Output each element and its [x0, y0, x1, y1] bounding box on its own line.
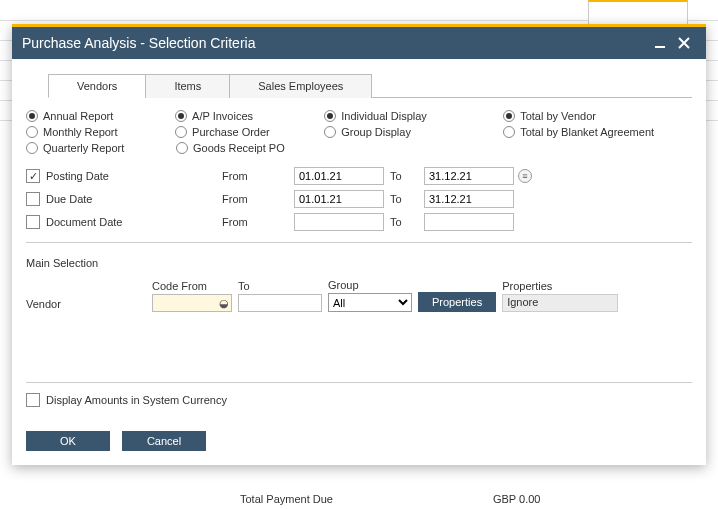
vendor-label: Vendor: [26, 298, 146, 312]
divider: [26, 382, 692, 383]
document-date-from-input[interactable]: [294, 213, 384, 231]
posting-date-to-input[interactable]: [424, 167, 514, 185]
radio-purchase-order[interactable]: Purchase Order: [175, 126, 324, 138]
document-date-to-input[interactable]: [424, 213, 514, 231]
to-label: To: [384, 216, 424, 228]
group-label: Group: [328, 279, 412, 291]
properties-button[interactable]: Properties: [418, 292, 496, 312]
code-from-input[interactable]: [152, 294, 232, 312]
divider: [26, 242, 692, 243]
radio-annual-report[interactable]: Annual Report: [26, 110, 175, 122]
tab-sales-employees[interactable]: Sales Employees: [229, 74, 372, 98]
tab-strip: Vendors Items Sales Employees: [48, 73, 692, 98]
properties-label: Properties: [502, 280, 618, 292]
radio-label: Group Display: [341, 126, 411, 138]
due-date-to-input[interactable]: [424, 190, 514, 208]
checkbox-due-date[interactable]: [26, 192, 40, 206]
display-amounts-label: Display Amounts in System Currency: [46, 394, 227, 406]
document-date-label: Document Date: [46, 216, 122, 228]
code-from-label: Code From: [152, 280, 232, 292]
radio-label: Total by Vendor: [520, 110, 596, 122]
checkbox-document-date[interactable]: [26, 215, 40, 229]
window-title: Purchase Analysis - Selection Criteria: [22, 35, 648, 51]
posting-date-extra-icon[interactable]: ≡: [518, 169, 532, 183]
cancel-button[interactable]: Cancel: [122, 431, 206, 451]
tab-vendors[interactable]: Vendors: [48, 74, 146, 98]
to-label: To: [384, 170, 424, 182]
radio-label: Goods Receipt PO: [193, 142, 285, 154]
from-label: From: [222, 216, 294, 228]
code-to-input[interactable]: [238, 294, 322, 312]
radio-label: Purchase Order: [192, 126, 270, 138]
titlebar: Purchase Analysis - Selection Criteria: [12, 27, 706, 59]
due-date-from-input[interactable]: [294, 190, 384, 208]
tab-items[interactable]: Items: [145, 74, 230, 98]
radio-quarterly-report[interactable]: Quarterly Report: [26, 142, 176, 154]
radio-monthly-report[interactable]: Monthly Report: [26, 126, 175, 138]
main-selection-title: Main Selection: [26, 257, 692, 269]
radio-label: Individual Display: [341, 110, 427, 122]
radio-label: A/P Invoices: [192, 110, 253, 122]
total-payment-due-value: GBP 0.00: [493, 493, 541, 505]
radio-label: Total by Blanket Agreement: [520, 126, 654, 138]
radio-individual-display[interactable]: Individual Display: [324, 110, 503, 122]
radio-label: Monthly Report: [43, 126, 118, 138]
radio-label: Quarterly Report: [43, 142, 124, 154]
radio-total-by-vendor[interactable]: Total by Vendor: [503, 110, 692, 122]
background-status-bar: Total Payment Due GBP 0.00: [0, 493, 718, 505]
group-select[interactable]: All: [328, 293, 412, 312]
due-date-label: Due Date: [46, 193, 92, 205]
ok-button[interactable]: OK: [26, 431, 110, 451]
posting-date-from-input[interactable]: [294, 167, 384, 185]
radio-ap-invoices[interactable]: A/P Invoices: [175, 110, 324, 122]
to-label: To: [384, 193, 424, 205]
radio-label: Annual Report: [43, 110, 113, 122]
total-payment-due-label: Total Payment Due: [240, 493, 333, 505]
properties-value: Ignore: [502, 294, 618, 312]
close-button[interactable]: [672, 31, 696, 55]
checkbox-display-amounts[interactable]: [26, 393, 40, 407]
checkbox-posting-date[interactable]: [26, 169, 40, 183]
radio-group-display[interactable]: Group Display: [324, 126, 503, 138]
radio-goods-receipt-po[interactable]: Goods Receipt PO: [176, 142, 326, 154]
minimize-button[interactable]: [648, 31, 672, 55]
code-to-label: To: [238, 280, 322, 292]
from-label: From: [222, 193, 294, 205]
posting-date-label: Posting Date: [46, 170, 109, 182]
radio-total-by-blanket[interactable]: Total by Blanket Agreement: [503, 126, 692, 138]
purchase-analysis-dialog: Purchase Analysis - Selection Criteria V…: [12, 24, 706, 465]
from-label: From: [222, 170, 294, 182]
